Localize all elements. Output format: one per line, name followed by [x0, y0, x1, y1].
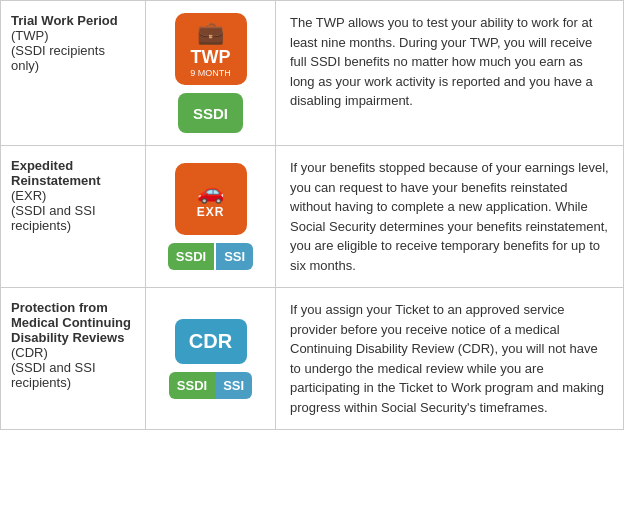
exr-badge: 🚗 EXR [175, 163, 247, 235]
twp-sub-label: 9 MONTH [190, 68, 231, 78]
benefits-table: Trial Work Period (TWP) (SSDI recipients… [0, 0, 624, 430]
row-title-cdr: Protection from Medical Continuing Disab… [11, 300, 131, 345]
twp-badge: 💼 TWP 9 MONTH [175, 13, 247, 85]
table-row: Trial Work Period (TWP) (SSDI recipients… [1, 1, 623, 146]
row-abbr-cdr: (CDR) [11, 345, 48, 360]
icon-col-exr: 🚗 EXR SSDI SSI [146, 146, 276, 287]
table-row: Protection from Medical Continuing Disab… [1, 288, 623, 429]
desc-text-exr: If your benefits stopped because of your… [290, 160, 609, 273]
row-abbr-exr: (EXR) [11, 188, 46, 203]
ssdi-part-cdr: SSDI [169, 372, 215, 399]
desc-col-exr: If your benefits stopped because of your… [276, 146, 623, 287]
cdr-badge: CDR [175, 319, 247, 364]
row-sub-cdr: (SSDI and SSI recipients) [11, 360, 96, 390]
ssi-part-exr: SSI [216, 243, 253, 270]
row-sub-twp: (SSDI recipients only) [11, 43, 105, 73]
title-col-cdr: Protection from Medical Continuing Disab… [1, 288, 146, 429]
icon-col-twp: 💼 TWP 9 MONTH SSDI [146, 1, 276, 145]
desc-text-twp: The TWP allows you to test your ability … [290, 15, 593, 108]
exr-car-icon: 🚗 [197, 179, 224, 205]
ssdi-ssi-badge-cdr: SSDI SSI [169, 372, 252, 399]
title-col-exr: Expedited Reinstatement (EXR) (SSDI and … [1, 146, 146, 287]
row-abbr-twp: (TWP) [11, 28, 49, 43]
table-row: Expedited Reinstatement (EXR) (SSDI and … [1, 146, 623, 288]
row-title-twp: Trial Work Period [11, 13, 118, 28]
ssdi-part-exr: SSDI [168, 243, 214, 270]
twp-briefcase-icon: 💼 [197, 20, 224, 46]
twp-label: TWP [191, 48, 231, 66]
icon-col-cdr: CDR SSDI SSI [146, 288, 276, 429]
ssi-part-cdr: SSI [215, 372, 252, 399]
desc-text-cdr: If you assign your Ticket to an approved… [290, 302, 604, 415]
row-sub-exr: (SSDI and SSI recipients) [11, 203, 96, 233]
exr-label: EXR [197, 205, 225, 219]
ssdi-ssi-badge-exr: SSDI SSI [168, 243, 253, 270]
row-title-exr: Expedited Reinstatement [11, 158, 101, 188]
ssdi-badge-twp: SSDI [178, 93, 243, 133]
desc-col-cdr: If you assign your Ticket to an approved… [276, 288, 623, 429]
title-col-twp: Trial Work Period (TWP) (SSDI recipients… [1, 1, 146, 145]
desc-col-twp: The TWP allows you to test your ability … [276, 1, 623, 145]
